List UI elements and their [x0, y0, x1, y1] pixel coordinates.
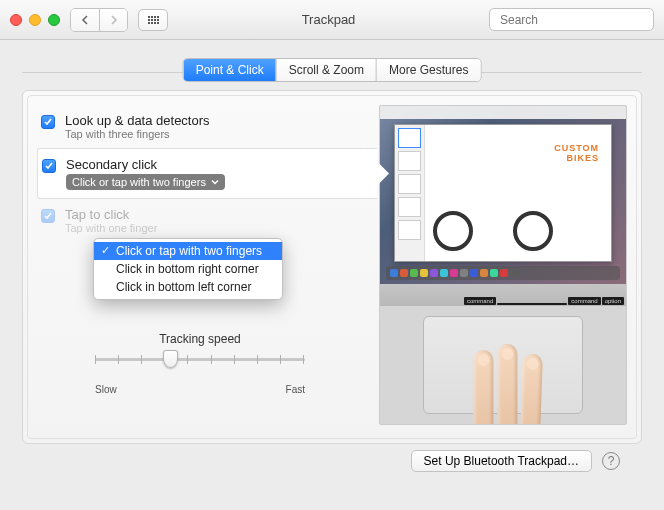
key-command-right: command	[568, 297, 600, 305]
secondary-label: Secondary click	[66, 157, 225, 172]
show-all-button[interactable]	[138, 9, 168, 31]
hand-illustration	[441, 322, 551, 425]
window-controls	[10, 14, 60, 26]
secondary-dropdown[interactable]: Click or tap with two fingers Click in b…	[93, 238, 283, 300]
preview-pane: CUSTOM BIKES command command option	[379, 105, 627, 425]
slider-max-label: Fast	[286, 384, 305, 395]
tracking-slider[interactable]	[95, 350, 305, 380]
key-command-left: command	[464, 297, 496, 305]
tab-bar: Point & Click Scroll & Zoom More Gesture…	[22, 58, 642, 88]
tapclick-label: Tap to click	[65, 207, 157, 222]
lookup-label: Look up & data detectors	[65, 113, 210, 128]
tab-scroll-zoom[interactable]: Scroll & Zoom	[276, 59, 376, 81]
dropdown-item-bottom-right[interactable]: Click in bottom right corner	[94, 260, 282, 278]
nav-segment	[70, 8, 128, 32]
option-lookup: Look up & data detectors Tap with three …	[37, 105, 363, 148]
checkbox-lookup[interactable]	[41, 115, 55, 129]
bike-illustration	[433, 171, 553, 251]
back-button[interactable]	[71, 9, 99, 31]
tracking-speed-block: Tracking speed Slow Fast	[37, 332, 363, 395]
slider-knob[interactable]	[163, 350, 178, 368]
tab-point-click[interactable]: Point & Click	[184, 59, 276, 81]
dropdown-item-bottom-left[interactable]: Click in bottom left corner	[94, 278, 282, 296]
preview-headline2: BIKES	[554, 153, 599, 163]
close-window-button[interactable]	[10, 14, 22, 26]
checkbox-tapclick[interactable]	[41, 209, 55, 223]
secondary-popup[interactable]: Click or tap with two fingers	[66, 174, 225, 190]
toolbar: Trackpad	[0, 0, 664, 40]
secondary-popup-value: Click or tap with two fingers	[72, 176, 206, 188]
help-button[interactable]: ?	[602, 452, 620, 470]
preview-headline1: CUSTOM	[554, 143, 599, 153]
search-input[interactable]	[500, 13, 650, 27]
lookup-sub: Tap with three fingers	[65, 128, 210, 140]
tapclick-sub: Tap with one finger	[65, 222, 157, 234]
window-title: Trackpad	[178, 12, 479, 27]
checkbox-secondary[interactable]	[42, 159, 56, 173]
tracking-title: Tracking speed	[37, 332, 363, 346]
chevron-down-icon	[211, 178, 219, 186]
dock-icon	[386, 266, 620, 280]
option-secondary-click: Secondary click Click or tap with two fi…	[37, 148, 377, 199]
dropdown-item-two-fingers[interactable]: Click or tap with two fingers	[94, 242, 282, 260]
zoom-window-button[interactable]	[48, 14, 60, 26]
search-field[interactable]	[489, 8, 654, 31]
key-option: option	[602, 297, 624, 305]
forward-button[interactable]	[99, 9, 127, 31]
tab-more-gestures[interactable]: More Gestures	[376, 59, 480, 81]
minimize-window-button[interactable]	[29, 14, 41, 26]
settings-panel: Look up & data detectors Tap with three …	[22, 90, 642, 444]
option-tap-click: Tap to click Tap with one finger	[37, 199, 363, 242]
slider-min-label: Slow	[95, 384, 117, 395]
bluetooth-setup-button[interactable]: Set Up Bluetooth Trackpad…	[411, 450, 592, 472]
